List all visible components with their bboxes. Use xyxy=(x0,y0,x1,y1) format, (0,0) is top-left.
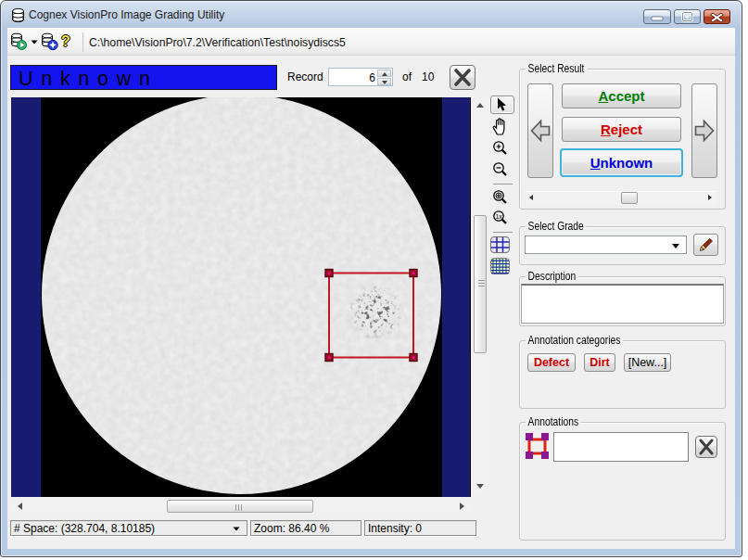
svg-text:1x: 1x xyxy=(495,213,502,220)
